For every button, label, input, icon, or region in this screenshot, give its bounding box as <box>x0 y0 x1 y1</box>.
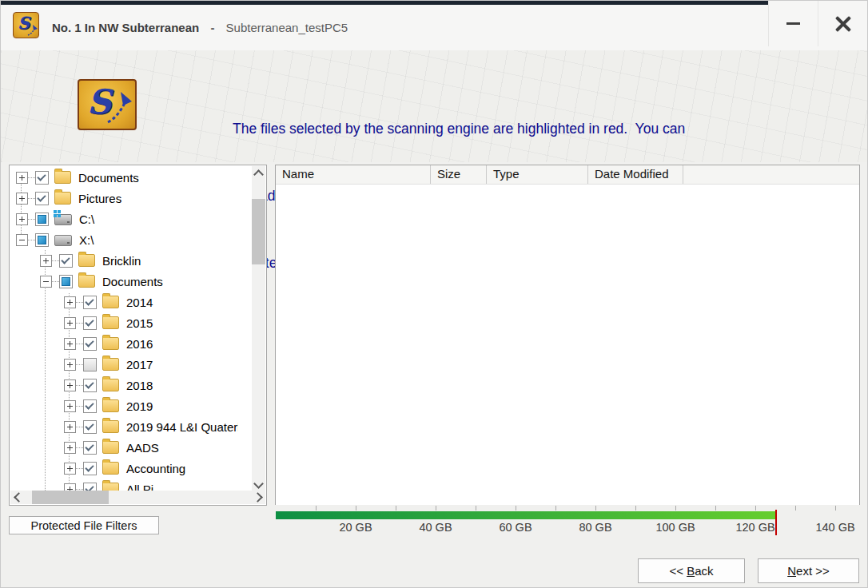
tree-expand-icon[interactable] <box>64 463 76 475</box>
tree-checkbox[interactable] <box>35 213 49 226</box>
folder-icon <box>102 316 119 329</box>
ruler-tick <box>356 506 356 511</box>
tree-checkbox[interactable] <box>35 192 49 205</box>
title-bar[interactable]: No. 1 In NW Subterranean - Subterranean_… <box>1 5 867 50</box>
tree-checkbox[interactable] <box>83 420 97 434</box>
ruler-label: 80 GB <box>579 521 611 534</box>
tree-item-label[interactable]: Documents <box>102 275 163 288</box>
tree-checkbox[interactable] <box>35 171 49 185</box>
column-header-size[interactable]: Size <box>431 165 487 184</box>
folder-icon <box>102 399 119 412</box>
protected-file-filters-label: Protected File Filters <box>31 519 137 532</box>
tree-expand-icon[interactable] <box>64 400 76 412</box>
ruler-label: 100 GB <box>655 521 695 534</box>
tree-connector <box>76 302 83 303</box>
tree-checkbox[interactable] <box>83 337 97 351</box>
horizontal-scroll-thumb[interactable] <box>32 491 109 504</box>
tree-row: Documents <box>10 167 238 188</box>
tree-item-label[interactable]: 2017 <box>126 358 153 371</box>
capacity-used-bar <box>276 511 775 519</box>
tree-connector <box>76 468 83 469</box>
tree-item-label[interactable]: C:\ <box>79 213 94 226</box>
tree-item-label[interactable]: X:\ <box>79 233 94 247</box>
tree-item-label[interactable]: Pictures <box>78 192 121 205</box>
tree-item-label[interactable]: AADS <box>126 441 159 455</box>
scroll-right-button[interactable] <box>252 491 265 504</box>
tree-item-label[interactable]: 2015 <box>126 316 153 330</box>
tree-expand-icon[interactable] <box>16 213 28 225</box>
drive-icon <box>54 214 72 225</box>
back-button[interactable]: << Back <box>638 558 745 583</box>
tree-checkbox[interactable] <box>83 462 97 475</box>
scroll-left-button[interactable] <box>10 491 24 504</box>
tree-row: Documents <box>10 271 238 292</box>
protected-file-filters-button[interactable]: Protected File Filters <box>9 516 159 534</box>
file-list-body[interactable] <box>276 185 859 505</box>
tree-checkbox[interactable] <box>35 233 49 247</box>
close-button[interactable] <box>818 1 867 46</box>
folder-icon <box>102 379 119 391</box>
tree-row: 2019 944 L&I Quaterly <box>10 416 238 437</box>
tree-item-label[interactable]: 2016 <box>126 337 153 351</box>
tree-checkbox[interactable] <box>83 358 97 371</box>
column-header-date-modified[interactable]: Date Modified <box>588 165 683 184</box>
ruler-label: 140 GB <box>815 521 854 534</box>
tree-checkbox[interactable] <box>83 399 97 413</box>
tree-expand-icon[interactable] <box>16 172 28 184</box>
scroll-up-button[interactable] <box>252 166 265 180</box>
ruler-tick <box>755 506 756 511</box>
scroll-down-button[interactable] <box>252 478 265 491</box>
minimize-button[interactable] <box>768 1 818 46</box>
tree-expand-icon[interactable] <box>64 296 76 308</box>
folder-tree-panel: DocumentsPicturesC:\X:\BricklinDocuments… <box>9 165 267 506</box>
tree-item-label[interactable]: 2018 <box>126 379 153 392</box>
tree-item-label[interactable]: Accounting <box>126 462 185 475</box>
ruler-tick <box>476 506 476 511</box>
tree-connector <box>76 406 83 407</box>
tree-checkbox[interactable] <box>59 254 73 268</box>
tree-expand-icon[interactable] <box>64 379 76 391</box>
tree-expand-icon[interactable] <box>40 255 52 267</box>
tree-expand-icon[interactable] <box>64 359 76 371</box>
tree-checkbox[interactable] <box>59 275 73 288</box>
tree-vertical-scrollbar[interactable] <box>252 166 265 491</box>
vertical-scroll-thumb[interactable] <box>252 199 265 264</box>
tree-connector <box>76 385 83 386</box>
column-header-type[interactable]: Type <box>487 165 588 184</box>
next-button[interactable]: Next >> <box>758 558 859 583</box>
ruler-tick <box>715 506 716 511</box>
tree-expand-icon[interactable] <box>64 421 76 433</box>
ruler-label: 40 GB <box>419 521 452 534</box>
tree-checkbox[interactable] <box>83 441 97 455</box>
folder-icon <box>102 296 119 308</box>
tree-expand-icon[interactable] <box>16 193 28 205</box>
ruler-tick <box>436 506 436 511</box>
tree-item-label[interactable]: Bricklin <box>102 254 141 268</box>
tree-row: 2016 <box>10 333 238 354</box>
column-header-name[interactable]: Name <box>276 165 431 184</box>
folder-icon <box>102 337 119 350</box>
tree-connector <box>28 240 35 240</box>
tree-expand-icon[interactable] <box>64 317 76 329</box>
tree-horizontal-scrollbar[interactable] <box>10 491 265 504</box>
capacity-ruler: 20 GB40 GB60 GB80 GB100 GB120 GB140 GB <box>275 506 861 536</box>
drive-icon <box>54 235 72 246</box>
tree-row: AADS <box>10 437 238 458</box>
tree-collapse-icon[interactable] <box>40 276 52 288</box>
tree-expand-icon[interactable] <box>64 338 76 350</box>
tree-connector <box>76 447 83 448</box>
tree-checkbox[interactable] <box>83 296 97 309</box>
tree-item-label[interactable]: 2019 <box>126 399 153 413</box>
chevron-right-icon <box>253 492 263 503</box>
tree-checkbox[interactable] <box>83 316 97 330</box>
ruler-tick <box>516 506 516 511</box>
folder-icon <box>102 441 119 454</box>
tree-row: C:\ <box>10 209 238 229</box>
tree-row: Bricklin <box>10 250 238 271</box>
tree-expand-icon[interactable] <box>64 442 76 454</box>
tree-checkbox[interactable] <box>83 379 97 392</box>
tree-item-label[interactable]: 2019 944 L&I Quaterly <box>126 420 238 434</box>
tree-collapse-icon[interactable] <box>16 234 28 246</box>
tree-item-label[interactable]: 2014 <box>126 296 153 309</box>
tree-item-label[interactable]: Documents <box>78 171 139 185</box>
